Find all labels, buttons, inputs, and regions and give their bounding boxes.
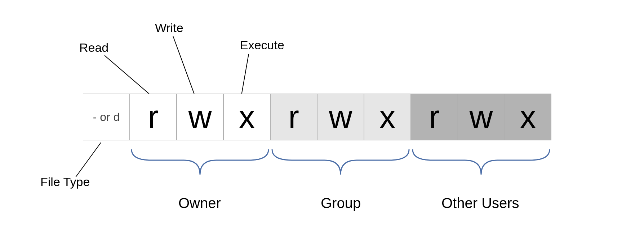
brace-owner [130,146,270,185]
label-file-type: File Type [40,175,90,189]
cell-group-r: r [270,94,317,140]
cell-other-w: w [458,94,505,140]
pointer-execute [241,54,249,95]
group-label-other: Other Users [441,195,519,211]
group-label-owner: Owner [178,195,221,211]
cell-other-r: r [411,94,458,140]
pointer-file-type [76,143,101,177]
brace-other [411,146,551,185]
label-read: Read [79,41,108,55]
cell-group-w: w [317,94,364,140]
label-write: Write [155,21,183,35]
label-execute: Execute [240,38,284,52]
pointer-write [173,36,195,95]
cell-group-x: x [364,94,411,140]
cell-file-type: - or d [83,94,130,140]
group-label-group: Group [321,195,361,211]
cell-owner-r: r [130,94,177,140]
cell-owner-w: w [177,94,223,140]
cell-other-x: x [505,94,551,140]
pointer-read [105,55,151,96]
cell-owner-x: x [223,94,270,140]
brace-group [270,146,411,185]
